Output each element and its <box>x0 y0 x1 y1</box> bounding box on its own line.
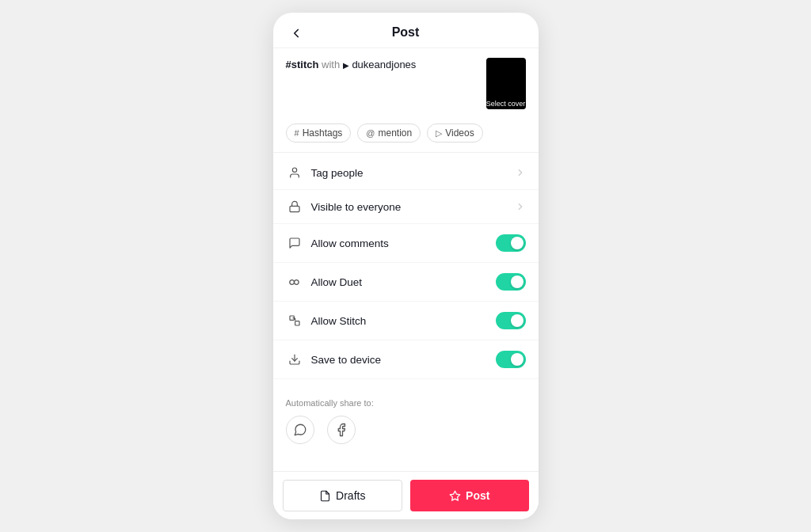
allow-duet-toggle[interactable] <box>496 273 526 291</box>
allow-duet-label: Allow Duet <box>311 276 496 288</box>
visible-label: Visible to everyone <box>311 201 515 213</box>
svg-rect-5 <box>295 321 299 325</box>
back-button[interactable] <box>286 21 307 44</box>
facebook-button[interactable] <box>327 416 356 444</box>
caption-username: dukeandjones <box>352 59 416 70</box>
toggle-knob-stitch <box>511 314 524 327</box>
social-icons-row <box>286 416 526 444</box>
person-icon <box>286 166 303 179</box>
allow-comments-toggle[interactable] <box>496 234 526 252</box>
duet-icon <box>286 276 303 289</box>
cover-thumbnail[interactable]: Select cover <box>486 58 526 109</box>
allow-comments-label: Allow comments <box>311 238 496 249</box>
svg-point-0 <box>292 168 296 172</box>
auto-share-label: Automatically share to: <box>286 398 526 408</box>
caption-text: #stitch with ▶ dukeandjones <box>286 58 478 72</box>
allow-duet-row[interactable]: Allow Duet <box>273 263 539 302</box>
toggle-knob-save <box>511 353 524 366</box>
save-to-device-toggle[interactable] <box>496 351 526 368</box>
toggle-knob-duet <box>511 276 524 288</box>
lock-icon <box>286 200 303 213</box>
hashtag-icon: # <box>295 128 299 138</box>
pill-videos[interactable]: ▷ Videos <box>427 124 482 142</box>
pill-hashtags[interactable]: # Hashtags <box>286 124 352 142</box>
svg-rect-1 <box>290 206 299 211</box>
save-to-device-row[interactable]: Save to device <box>273 340 539 379</box>
pill-mention[interactable]: @ mention <box>357 124 421 142</box>
cover-label: Select cover <box>486 98 526 109</box>
header: Post <box>273 13 539 48</box>
post-label: Post <box>466 489 489 502</box>
tag-pills-row: # Hashtags @ mention ▷ Videos <box>273 119 539 152</box>
bottom-bar: Drafts Post <box>273 471 539 519</box>
pill-videos-label: Videos <box>445 127 474 139</box>
toggle-knob <box>511 237 524 249</box>
tag-people-row[interactable]: Tag people <box>273 156 539 190</box>
phone-frame: Post #stitch with ▶ dukeandjones Select … <box>273 13 539 519</box>
allow-comments-row[interactable]: Allow comments <box>273 224 539 263</box>
tag-people-chevron <box>515 167 526 178</box>
post-button[interactable]: Post <box>410 480 529 511</box>
drafts-label: Drafts <box>336 489 365 502</box>
pill-hashtags-label: Hashtags <box>303 127 343 139</box>
videos-icon: ▷ <box>436 128 442 139</box>
whatsapp-button[interactable] <box>286 416 314 444</box>
content-area: #stitch with ▶ dukeandjones Select cover… <box>273 48 539 471</box>
tag-people-label: Tag people <box>311 167 515 179</box>
save-to-device-label: Save to device <box>311 354 496 366</box>
svg-point-2 <box>290 279 295 284</box>
visible-row[interactable]: Visible to everyone <box>273 190 539 224</box>
visible-chevron <box>515 201 526 212</box>
allow-stitch-label: Allow Stitch <box>311 315 496 327</box>
play-icon: ▶ <box>343 61 349 70</box>
pill-mention-label: mention <box>379 127 413 139</box>
comment-icon <box>286 237 303 249</box>
allow-stitch-toggle[interactable] <box>496 312 526 329</box>
svg-marker-7 <box>450 491 460 500</box>
allow-stitch-row[interactable]: Allow Stitch <box>273 302 539 340</box>
page-title: Post <box>392 25 420 40</box>
mention-icon: @ <box>366 128 375 138</box>
caption-hashtag: #stitch <box>286 59 319 70</box>
auto-share-section: Automatically share to: <box>273 382 539 452</box>
svg-point-3 <box>295 279 299 284</box>
download-icon <box>286 353 303 366</box>
settings-section: Tag people Visible to everyone <box>273 153 539 382</box>
caption-row: #stitch with ▶ dukeandjones Select cover <box>273 48 539 119</box>
drafts-button[interactable]: Drafts <box>283 480 403 511</box>
stitch-icon <box>286 314 303 327</box>
caption-with: with <box>322 59 343 70</box>
